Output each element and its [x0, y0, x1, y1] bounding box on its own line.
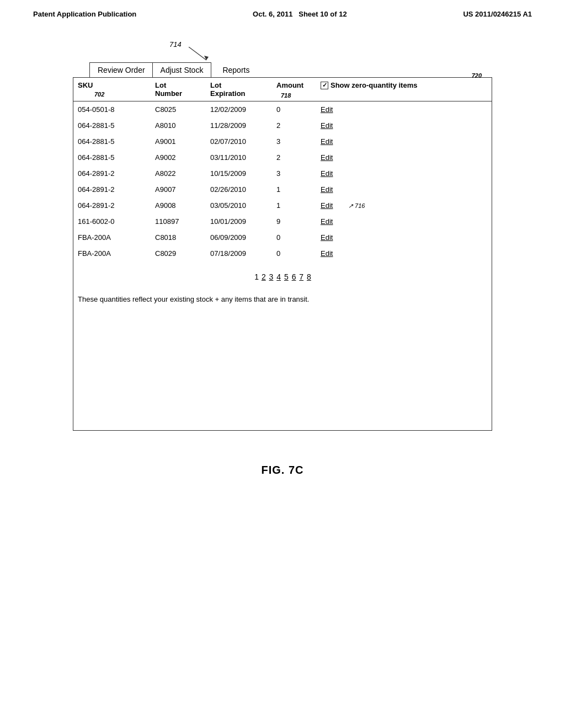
- table-row: 064-2881-5 A9002 03/11/2010 2 Edit: [73, 149, 492, 165]
- table-row: 064-2891-2 A8022 10/15/2009 3 Edit: [73, 165, 492, 181]
- header-right: US 2011/0246215 A1: [463, 10, 532, 18]
- cell-lot-expiration: 12/02/2009: [210, 105, 276, 114]
- cell-sku: 161-6002-0: [78, 217, 155, 226]
- patent-header: Patent Application Publication Oct. 6, 2…: [0, 0, 565, 24]
- footer-note: These quantities reflect your existing s…: [73, 287, 492, 309]
- cell-sku: 064-2891-2: [78, 169, 155, 178]
- table-body: 054-0501-8 C8025 12/02/2009 0 Edit 064-2…: [73, 101, 492, 261]
- cell-lot-number: C8029: [155, 249, 210, 258]
- ref-702-label: 702: [94, 91, 104, 98]
- table-row: 161-6002-0 110897 10/01/2009 9 Edit: [73, 213, 492, 229]
- cell-lot-number: 110897: [155, 217, 210, 226]
- show-zero-checkbox[interactable]: ✓: [321, 82, 328, 89]
- cell-lot-expiration: 02/07/2010: [210, 137, 276, 146]
- svg-marker-1: [204, 56, 209, 60]
- cell-amount: 3: [276, 169, 321, 178]
- edit-link[interactable]: Edit: [321, 185, 487, 194]
- cell-lot-expiration: 11/28/2009: [210, 121, 276, 130]
- pagination: 1 2 3 4 5 6 7 8: [73, 261, 492, 287]
- cell-lot-expiration: 07/18/2009: [210, 249, 276, 258]
- edit-link[interactable]: Edit: [321, 137, 487, 146]
- table-row: 064-2881-5 A9001 02/07/2010 3 Edit: [73, 133, 492, 149]
- col-show-zero: ✓ Show zero-quantity items 720: [321, 81, 487, 89]
- header-middle: Oct. 6, 2011 Sheet 10 of 12: [253, 10, 347, 18]
- cell-lot-expiration: 03/05/2010: [210, 201, 276, 210]
- table-row: 064-2891-2 A9008 03/05/2010 1 Edit ↗ 716: [73, 197, 492, 213]
- col-lot-expiration: LotExpiration: [210, 81, 276, 98]
- edit-link[interactable]: Edit: [321, 249, 487, 258]
- cell-lot-number: A9002: [155, 153, 210, 162]
- page-2-link[interactable]: 2: [262, 272, 266, 281]
- table-header-row: SKU 702 LotNumber LotExpiration Amount 7…: [73, 78, 492, 101]
- cell-sku: 064-2881-5: [78, 153, 155, 162]
- col-sku: SKU 702: [78, 81, 155, 89]
- ref-720-label: 720: [472, 72, 482, 79]
- cell-lot-expiration: 10/15/2009: [210, 169, 276, 178]
- page-3-link[interactable]: 3: [269, 272, 274, 281]
- page-5-link[interactable]: 5: [284, 272, 289, 281]
- col-lot-number: LotNumber: [155, 81, 210, 98]
- svg-line-0: [189, 47, 206, 60]
- edit-link[interactable]: Edit ↗ 716: [321, 201, 487, 210]
- table-row: FBA-200A C8018 06/09/2009 0 Edit: [73, 229, 492, 245]
- edit-link[interactable]: Edit: [321, 233, 487, 242]
- page-container: Patent Application Publication Oct. 6, 2…: [0, 0, 565, 728]
- cell-sku: 064-2881-5: [78, 137, 155, 146]
- ref-714-label: 714: [169, 40, 182, 49]
- cell-lot-number: C8025: [155, 105, 210, 114]
- page-4-link[interactable]: 4: [276, 272, 281, 281]
- cell-sku: 064-2891-2: [78, 201, 155, 210]
- col-amount: Amount 718: [276, 81, 321, 89]
- cell-lot-number: C8018: [155, 233, 210, 242]
- page-7-link[interactable]: 7: [299, 272, 303, 281]
- cell-lot-expiration: 06/09/2009: [210, 233, 276, 242]
- cell-sku: FBA-200A: [78, 233, 155, 242]
- page-8-link[interactable]: 8: [307, 272, 311, 281]
- ref-716-label: ↗ 716: [348, 202, 365, 210]
- table-row: FBA-200A C8029 07/18/2009 0 Edit: [73, 245, 492, 261]
- cell-amount: 0: [276, 249, 321, 258]
- tab-review-order[interactable]: Review Order: [89, 62, 153, 77]
- tab-adjust-stock[interactable]: Adjust Stock: [152, 62, 212, 77]
- page-6-link[interactable]: 6: [292, 272, 296, 281]
- edit-link[interactable]: Edit: [321, 105, 487, 114]
- cell-lot-expiration: 03/11/2010: [210, 153, 276, 162]
- cell-sku: FBA-200A: [78, 249, 155, 258]
- cell-amount: 2: [276, 153, 321, 162]
- tab-reports[interactable]: Reports: [211, 63, 260, 77]
- cell-amount: 9: [276, 217, 321, 226]
- edit-link[interactable]: Edit: [321, 217, 487, 226]
- main-content: 714 Review Order Adjust Stock Reports: [73, 40, 492, 431]
- table-row: 064-2891-2 A9007 02/26/2010 1 Edit: [73, 181, 492, 197]
- cell-lot-number: A9008: [155, 201, 210, 210]
- page-1: 1: [254, 272, 261, 281]
- ref-714-area: 714: [73, 40, 492, 62]
- edit-link[interactable]: Edit: [321, 169, 487, 178]
- cell-lot-number: A8010: [155, 121, 210, 130]
- cell-lot-number: A9001: [155, 137, 210, 146]
- edit-link[interactable]: Edit: [321, 153, 487, 162]
- cell-sku: 064-2891-2: [78, 185, 155, 194]
- show-zero-checkbox-area[interactable]: ✓ Show zero-quantity items: [321, 81, 487, 89]
- cell-amount: 1: [276, 201, 321, 210]
- header-left: Patent Application Publication: [33, 10, 136, 18]
- bottom-spacer: [73, 309, 492, 430]
- tab-bar: Review Order Adjust Stock Reports: [89, 62, 492, 77]
- edit-link[interactable]: Edit: [321, 121, 487, 130]
- figure-caption: FIG. 7C: [261, 464, 303, 477]
- ref-718-label: 718: [281, 92, 291, 99]
- ref-714-arrow: [183, 47, 216, 62]
- cell-lot-number: A9007: [155, 185, 210, 194]
- cell-amount: 3: [276, 137, 321, 146]
- cell-amount: 0: [276, 233, 321, 242]
- cell-amount: 1: [276, 185, 321, 194]
- cell-amount: 0: [276, 105, 321, 114]
- cell-lot-expiration: 10/01/2009: [210, 217, 276, 226]
- table-row: 064-2881-5 A8010 11/28/2009 2 Edit: [73, 117, 492, 133]
- cell-amount: 2: [276, 121, 321, 130]
- cell-sku: 064-2881-5: [78, 121, 155, 130]
- stock-table: SKU 702 LotNumber LotExpiration Amount 7…: [73, 77, 492, 431]
- cell-sku: 054-0501-8: [78, 105, 155, 114]
- cell-lot-expiration: 02/26/2010: [210, 185, 276, 194]
- table-row: 054-0501-8 C8025 12/02/2009 0 Edit: [73, 101, 492, 117]
